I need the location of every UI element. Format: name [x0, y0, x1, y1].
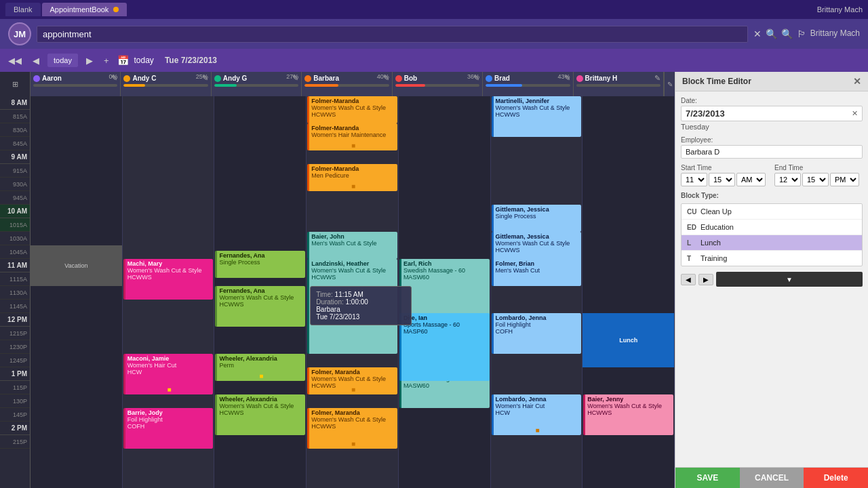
block-type-ed[interactable]: ED Education — [682, 220, 862, 235]
emp-name-barbara[interactable]: Barbara — [313, 75, 339, 82]
time-slot-930a: 930A — [0, 178, 30, 191]
appt-baier-jenny[interactable]: Baier, Jenny Women's Wash Cut & Style HC… — [583, 394, 673, 435]
start-ampm-select[interactable]: AM PM — [736, 173, 766, 186]
start-min-select[interactable]: 15 — [709, 173, 735, 186]
panel-close-btn[interactable]: ✕ — [853, 76, 861, 87]
search-icon[interactable]: 🔍 — [766, 28, 777, 39]
delete-button[interactable]: Delete — [804, 468, 868, 488]
time-col-header: ⊞ — [0, 72, 31, 96]
block-type-field-row: Block Type: CU Clean Up ED Education L — [681, 192, 863, 266]
save-button[interactable]: SAVE — [675, 468, 740, 488]
time-slot-945a: 945A — [0, 191, 30, 205]
nav-next-btn[interactable]: ▶ — [83, 54, 96, 67]
nav-plus-btn[interactable]: + — [101, 54, 112, 67]
flag-icon: 🏳 — [797, 28, 806, 39]
appt-wheeler-hcwws[interactable]: Wheeler, Alexandria Women's Wash Cut & S… — [215, 394, 305, 435]
appt-fernandes-single[interactable]: Fernandes, Ana Single Process — [215, 251, 305, 278]
appt-dite-ian[interactable]: Dite, Ian Sports Massage - 60 MASP60 — [399, 313, 490, 381]
cancel-button[interactable]: CANCEL — [740, 468, 804, 488]
appt-fernandes-hcwws[interactable]: Fernandes, Ana Women's Wash Cut & Style … — [215, 286, 305, 327]
emp-progress-andyc: 25% — [196, 73, 208, 80]
search-alt-icon[interactable]: 🔍 — [781, 28, 793, 39]
date-field[interactable]: 7/23/2013 ✕ — [681, 106, 863, 121]
emp-col-andyc[interactable]: Machi, Mary Women's Wash Cut & Style HCW… — [123, 96, 215, 488]
block-type-dropdown[interactable]: ▼ — [716, 272, 863, 287]
appt-folmer-1[interactable]: Folmer-Maranda Women's Wash Cut & Style … — [307, 96, 397, 123]
vacation-block-aaron[interactable]: Vacation — [31, 245, 122, 286]
emp-name-brittanyh[interactable]: Brittany H — [585, 75, 618, 82]
emp-edit-icon-brittanyh[interactable]: ✎ — [654, 74, 660, 83]
emp-col-aaron[interactable]: Vacation — [31, 96, 123, 488]
emp-progress-aaron: 0% — [108, 73, 117, 80]
time-slot-1215p: 1215P — [0, 327, 30, 340]
emp-name-brad[interactable]: Brad — [494, 75, 510, 82]
date-field-row: Date: 7/23/2013 ✕ Tuesday — [681, 97, 863, 131]
tab-list: Blank AppointmentBook — [5, 3, 127, 16]
emp-name-andyc[interactable]: Andy C — [132, 75, 156, 82]
block-type-cu[interactable]: CU Clean Up — [682, 204, 862, 220]
appt-folmer-400[interactable]: Folmer, Maranda Women's Wash Cut & Style… — [307, 367, 397, 394]
block-type-t[interactable]: T Training — [682, 251, 862, 266]
emp-col-brad[interactable]: Martinelli, Jennifer Women's Wash Cut & … — [491, 96, 583, 488]
end-min-select[interactable]: 15 — [802, 173, 829, 186]
appt-folmer-3[interactable]: Folmer-Maranda Men Pedicure ■ — [307, 164, 397, 191]
nav-date: Tue 7/23/2013 — [165, 56, 217, 65]
appt-wheeler-perm[interactable]: Wheeler, Alexandria Perm ■ — [215, 354, 305, 381]
start-time-label: Start Time — [681, 164, 769, 171]
time-slot-115p: 115P — [0, 381, 30, 394]
emp-col-barbara[interactable]: Folmer-Maranda Women's Wash Cut & Style … — [307, 96, 399, 488]
end-ampm-select[interactable]: PM AM — [830, 173, 859, 186]
appt-gittleman-single[interactable]: Gittleman, Jessica Single Process — [492, 205, 582, 232]
search-bar: JM ✕ 🔍 🔍 🏳 Brittany Mach — [0, 19, 868, 49]
appt-folmer-brian[interactable]: Folmer, Brian Men's Wash Cut — [492, 259, 582, 286]
main-content: ⊞ Aaron ✎ 0% Andy C — [0, 72, 868, 488]
nav-bar: ◀◀ ◀ today ▶ + 📅 today Tue 7/23/2013 — [0, 49, 868, 72]
time-slot-1pm: 1 PM — [0, 367, 30, 381]
tab-blank[interactable]: Blank — [5, 3, 41, 16]
emp-col-bob[interactable]: Earl, Rich Swedish Massage - 60 MASW60 ■… — [399, 96, 491, 488]
date-label: Date: — [681, 97, 863, 104]
appt-baier-john[interactable]: Baier, John Men's Wash Cut & Style — [307, 232, 397, 259]
date-value: 7/23/2013 — [686, 108, 725, 119]
panel-footer: SAVE CANCEL Delete — [675, 467, 868, 488]
employee-columns: Vacation Machi, Mary Women's Wash Cut & … — [31, 96, 675, 488]
lunch-block-brittanyh[interactable]: Lunch — [583, 313, 674, 367]
close-date-btn[interactable]: ✕ — [852, 109, 858, 118]
appt-folmer-bottom[interactable]: Folmer, Maranda Women's Wash Cut & Style… — [307, 408, 397, 449]
nav-prev-btn[interactable]: ◀ — [30, 54, 42, 67]
emp-name-bob[interactable]: Bob — [404, 75, 417, 82]
emp-name-andyg[interactable]: Andy G — [223, 75, 248, 82]
clear-search-icon[interactable]: ✕ — [753, 28, 762, 39]
appt-martinelli[interactable]: Martinelli, Jennifer Women's Wash Cut & … — [492, 96, 582, 137]
block-type-name-cu: Clean Up — [701, 207, 732, 216]
nav-today-btn[interactable]: today — [47, 54, 78, 67]
emp-col-andyg[interactable]: Fernandes, Ana Single Process Fernandes,… — [214, 96, 307, 488]
search-input[interactable] — [37, 26, 748, 43]
appt-barrie-jody[interactable]: Barrie, Jody Foil Highlight COFH — [123, 408, 214, 449]
emp-col-brittanyh[interactable]: Lunch Baier, Jenny Women's Wash Cut & St… — [583, 96, 675, 488]
block-prev-btn[interactable]: ◀ — [681, 274, 696, 285]
appt-maconi-jamie[interactable]: Maconi, Jamie Women's Hair Cut HCW ■ — [123, 354, 214, 394]
appt-lombardo-cofh[interactable]: Lombardo, Jenna Foil Highlight COFH — [492, 313, 582, 354]
calendar-icon[interactable]: 📅 — [117, 55, 129, 66]
end-hour-select[interactable]: 12 — [774, 173, 801, 186]
start-hour-select[interactable]: 11 — [681, 173, 707, 186]
nav-first-btn[interactable]: ◀◀ — [5, 54, 24, 67]
appt-lombardo-hcw[interactable]: Lombardo, Jenna Women's Hair Cut HCW ■ — [492, 394, 582, 435]
employee-headers: Aaron ✎ 0% Andy C ✎ 25% — [31, 72, 664, 96]
column-headers-row: ⊞ Aaron ✎ 0% Andy C — [0, 72, 675, 96]
block-time-editor-panel: Block Time Editor ✕ Date: 7/23/2013 ✕ Tu… — [675, 72, 868, 488]
search-icons: ✕ 🔍 🔍 🏳 Brittany Mach — [753, 28, 860, 39]
emp-progress-andyg: 27% — [286, 73, 298, 80]
employee-label: Employee: — [681, 136, 863, 144]
block-type-l[interactable]: L Lunch — [682, 235, 862, 251]
appt-machi-mary[interactable]: Machi, Mary Women's Wash Cut & Style HCW… — [123, 259, 214, 300]
block-next-btn[interactable]: ▶ — [698, 274, 713, 285]
appt-folmer-2[interactable]: Folmer-Maranda Women's Hair Maintenance … — [307, 123, 397, 150]
end-time-inputs: 12 15 PM AM — [774, 173, 863, 186]
tab-appointment[interactable]: AppointmentBook — [42, 3, 127, 16]
time-slot-915a: 915A — [0, 164, 30, 178]
emp-name-aaron[interactable]: Aaron — [42, 75, 62, 82]
grid-icon[interactable]: ⊞ — [12, 80, 18, 89]
calendar-options-btn[interactable]: ✎ — [664, 72, 675, 96]
